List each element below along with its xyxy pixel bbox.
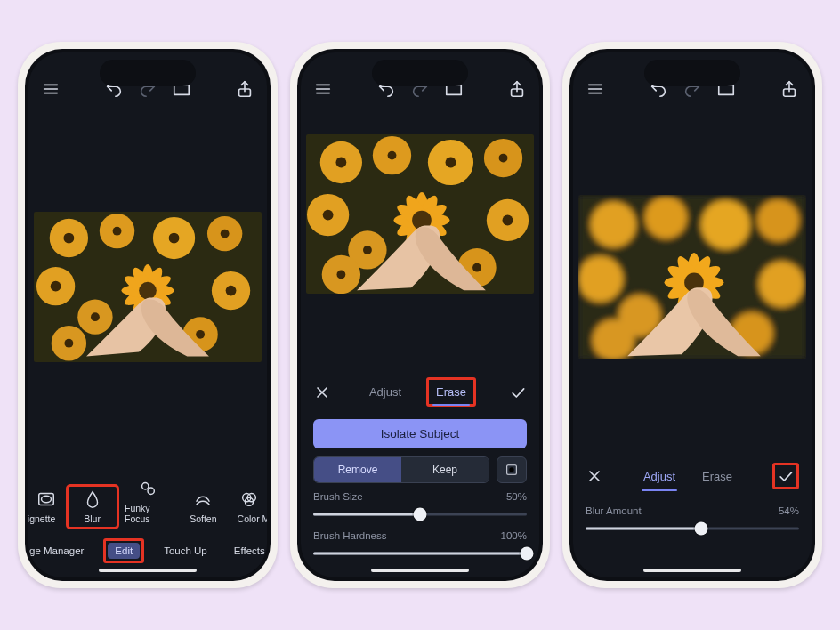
- svg-point-76: [591, 202, 636, 247]
- mode-tab-adjust[interactable]: Adjust: [364, 382, 407, 402]
- slider-value: 100%: [501, 530, 527, 541]
- phone-2: Adjust Erase Isolate Subject Remove Keep: [290, 42, 550, 588]
- svg-point-10: [169, 232, 180, 243]
- menu-icon[interactable]: [41, 79, 61, 99]
- slider-label: Brush Size: [313, 491, 363, 502]
- svg-point-29: [139, 282, 157, 300]
- share-icon[interactable]: [779, 79, 799, 99]
- tool-blur[interactable]: Blur: [68, 486, 117, 528]
- share-icon[interactable]: [507, 79, 527, 99]
- notch: [372, 60, 468, 86]
- svg-point-78: [701, 200, 750, 249]
- tab-effects[interactable]: Effects: [227, 543, 267, 559]
- svg-point-51: [323, 210, 334, 221]
- home-indicator: [371, 569, 469, 572]
- svg-point-47: [446, 158, 456, 168]
- blur-amount-slider: Blur Amount 54%: [586, 505, 799, 537]
- svg-point-70: [509, 467, 513, 472]
- slider-track[interactable]: [313, 545, 527, 561]
- slider-track[interactable]: [313, 506, 527, 522]
- tool-label: Vignette: [28, 513, 55, 524]
- svg-point-12: [221, 230, 230, 238]
- blur-icon: [83, 489, 102, 509]
- slider-track[interactable]: [586, 521, 799, 537]
- brush-hardness-slider: Brush Hardness 100%: [313, 530, 527, 561]
- tool-vignette[interactable]: Vignette: [31, 486, 61, 528]
- color-mix-icon: [239, 489, 259, 509]
- svg-point-20: [196, 330, 205, 339]
- svg-point-32: [142, 483, 149, 489]
- slider-value: 54%: [779, 505, 799, 516]
- brush-preview-button[interactable]: [497, 456, 527, 483]
- phone-3: Adjust Erase Blur Amount 54%: [562, 42, 822, 588]
- mode-tab-adjust[interactable]: Adjust: [642, 466, 677, 487]
- erase-controls: Isolate Subject Remove Keep Brush Size 5…: [301, 412, 539, 578]
- svg-point-33: [148, 488, 154, 494]
- tool-funky-focus[interactable]: Funky Focus: [123, 475, 173, 528]
- slider-value: 50%: [506, 491, 527, 502]
- mode-tab-erase[interactable]: Erase: [700, 466, 734, 487]
- tab-image-manager[interactable]: Image Manager: [28, 543, 91, 559]
- erase-mode-row: Adjust Erase: [301, 368, 539, 412]
- svg-point-57: [472, 263, 481, 272]
- slider-label: Brush Hardness: [313, 530, 386, 541]
- tool-label: Funky Focus: [125, 503, 171, 524]
- svg-point-53: [363, 246, 372, 254]
- tool-panel: Vignette Blur Funky Focus Soften Color M…: [28, 470, 267, 578]
- tool-label: Color Mix: [238, 513, 267, 524]
- tool-label: Soften: [190, 513, 216, 524]
- home-indicator: [643, 569, 741, 572]
- highlight-erase-tab: Erase: [426, 377, 476, 407]
- brush-size-slider: Brush Size 50%: [313, 491, 527, 522]
- svg-point-31: [42, 496, 52, 502]
- segment-keep[interactable]: Keep: [401, 457, 489, 482]
- svg-point-79: [757, 199, 799, 241]
- svg-point-18: [226, 286, 237, 296]
- menu-icon[interactable]: [586, 79, 605, 99]
- svg-point-6: [63, 232, 74, 243]
- photo-preview: [34, 212, 262, 362]
- photo-preview: [306, 134, 534, 294]
- tab-edit[interactable]: Edit: [108, 543, 140, 559]
- close-icon[interactable]: [313, 384, 331, 401]
- slider-label: Blur Amount: [586, 505, 642, 516]
- svg-point-59: [336, 271, 345, 279]
- image-canvas[interactable]: [573, 104, 812, 450]
- svg-point-14: [51, 281, 61, 292]
- image-canvas[interactable]: [301, 104, 539, 368]
- mode-tab-erase[interactable]: Erase: [431, 382, 472, 402]
- soften-icon: [193, 489, 213, 509]
- isolate-subject-button[interactable]: Isolate Subject: [313, 419, 527, 448]
- svg-point-22: [64, 339, 73, 348]
- tool-label: Blur: [84, 513, 101, 524]
- remove-keep-segment: Remove Keep: [313, 456, 489, 483]
- photo-preview-blurred: [578, 195, 806, 359]
- tool-soften[interactable]: Soften: [178, 486, 228, 528]
- svg-point-8: [113, 227, 122, 236]
- highlight-edit-tab: Edit: [103, 538, 144, 563]
- svg-point-77: [645, 197, 687, 238]
- check-icon[interactable]: [777, 467, 795, 485]
- segment-remove[interactable]: Remove: [314, 457, 401, 482]
- svg-point-84: [593, 319, 634, 359]
- highlight-confirm: [772, 463, 799, 489]
- notch: [644, 60, 740, 86]
- tool-color-mix[interactable]: Color Mix: [234, 486, 264, 528]
- home-indicator: [99, 569, 197, 572]
- svg-point-82: [759, 262, 804, 307]
- vignette-icon: [36, 489, 56, 509]
- svg-point-16: [91, 312, 100, 321]
- adjust-panel: Adjust Erase Blur Amount 54%: [573, 450, 812, 554]
- svg-point-80: [578, 256, 623, 302]
- tab-touch-up[interactable]: Touch Up: [157, 543, 214, 559]
- svg-point-55: [503, 215, 513, 226]
- share-icon[interactable]: [235, 79, 254, 99]
- notch: [100, 60, 196, 86]
- funky-focus-icon: [138, 479, 158, 498]
- close-icon[interactable]: [586, 467, 603, 485]
- menu-icon[interactable]: [313, 79, 333, 99]
- image-canvas[interactable]: [28, 104, 267, 470]
- svg-point-49: [499, 154, 508, 163]
- check-icon[interactable]: [509, 384, 527, 401]
- svg-point-43: [335, 158, 346, 168]
